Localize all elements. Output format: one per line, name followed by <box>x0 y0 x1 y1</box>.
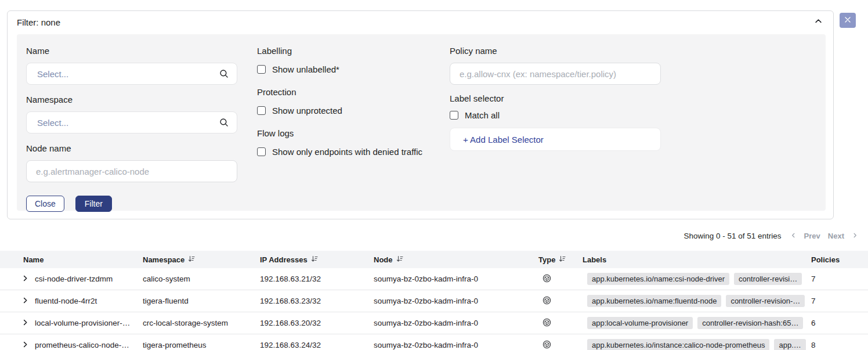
cell-type <box>538 273 583 285</box>
next-page-arrow-button[interactable] <box>852 232 858 240</box>
denied-traffic-row: Show only endpoints with denied traffic <box>257 147 430 157</box>
name-select[interactable] <box>26 63 237 85</box>
cell-labels: app.kubernetes.io/instance:calico-node-p… <box>583 339 806 350</box>
cell-name: local-volume-provisioner-… <box>35 319 143 327</box>
filter-column-2: Labelling Show unlabelled* Protection Sh… <box>257 46 430 199</box>
show-unlabelled-checkbox[interactable] <box>257 65 266 74</box>
cell-type <box>538 295 583 307</box>
cell-ip: 192.168.63.20/32 <box>260 319 374 327</box>
node-name-field-label: Node name <box>26 143 237 153</box>
cell-node: soumya-bz-0zbo-kadm-infra-0 <box>374 297 538 305</box>
add-label-selector-button[interactable]: + Add Label Selector <box>450 128 661 151</box>
column-header-node[interactable]: Node <box>374 255 538 264</box>
match-all-label: Match all <box>465 110 500 120</box>
cell-ip: 192.168.63.24/32 <box>260 341 374 349</box>
policy-name-field-label: Policy name <box>450 46 661 56</box>
cell-namespace: calico-system <box>143 275 260 283</box>
denied-traffic-label: Show only endpoints with denied traffic <box>272 147 422 157</box>
cell-labels: app:local-volume-provisioner controller-… <box>583 317 806 329</box>
filter-panel: Filter: none Name Namespace <box>7 10 834 219</box>
pagination-bar: Showing 0 - 51 of 51 entries Prev Next <box>684 228 868 244</box>
match-all-row: Match all <box>450 110 661 120</box>
cell-namespace: tigera-fluentd <box>143 297 260 305</box>
cell-ip: 192.168.63.23/32 <box>260 297 374 305</box>
close-icon <box>844 16 851 24</box>
protection-heading: Protection <box>257 87 430 97</box>
showing-entries-text: Showing 0 - 51 of 51 entries <box>684 232 782 240</box>
namespace-field-label: Namespace <box>26 95 237 104</box>
denied-traffic-checkbox[interactable] <box>257 147 266 156</box>
filter-column-1: Name Namespace Node name Close Filt <box>26 46 237 199</box>
column-header-type[interactable]: Type <box>538 255 583 264</box>
pager: Prev Next <box>790 232 858 240</box>
sort-icon[interactable] <box>311 255 318 264</box>
collapse-panel-button[interactable] <box>814 17 823 27</box>
column-header-namespace[interactable]: Namespace <box>143 255 260 264</box>
namespace-select-input[interactable] <box>26 111 237 133</box>
sort-icon[interactable] <box>396 255 403 264</box>
table-header-row: Name Namespace IP Addresses Node Type La… <box>0 251 868 268</box>
column-header-labels: Labels <box>583 255 806 264</box>
show-unprotected-checkbox[interactable] <box>257 106 266 115</box>
name-field-label: Name <box>26 46 237 56</box>
label-pill: controller-revision-… <box>726 295 805 307</box>
table-row: local-volume-provisioner-… crc-local-sto… <box>0 312 868 334</box>
chevron-right-icon <box>21 297 29 306</box>
next-page-button[interactable]: Next <box>828 232 844 240</box>
cell-node: soumya-bz-0zbo-kadm-infra-0 <box>374 319 538 327</box>
column-header-policies: Policies <box>806 255 868 264</box>
workload-endpoint-icon <box>542 317 552 329</box>
search-icon <box>219 68 229 81</box>
policy-name-input[interactable] <box>450 63 661 85</box>
match-all-checkbox[interactable] <box>450 111 458 120</box>
cell-type <box>538 340 583 350</box>
namespace-select[interactable] <box>26 111 237 133</box>
sort-icon[interactable] <box>188 255 195 264</box>
close-button[interactable]: Close <box>26 196 64 212</box>
chevron-right-icon <box>852 232 858 240</box>
cell-name: fluentd-node-4rr2t <box>35 297 143 305</box>
node-name-input[interactable] <box>26 160 237 182</box>
cell-policies: 8 <box>806 341 868 349</box>
row-expander-button[interactable] <box>0 341 35 350</box>
cell-node: soumya-bz-0zbo-kadm-infra-0 <box>374 341 538 349</box>
table-row: csi-node-driver-tzdmm calico-system 192.… <box>0 268 868 290</box>
cell-policies: 7 <box>806 297 868 305</box>
row-expander-button[interactable] <box>0 319 35 328</box>
workload-endpoint-icon <box>542 273 552 285</box>
chevron-right-icon <box>21 319 29 328</box>
cell-ip: 192.168.63.21/32 <box>260 275 374 283</box>
filter-panel-body: Name Namespace Node name Close Filt <box>17 34 826 211</box>
label-pill: app.kubernetes.io/instance:calico-node-p… <box>587 339 769 350</box>
column-header-name: Name <box>23 255 143 264</box>
sort-icon[interactable] <box>559 255 566 264</box>
filter-button[interactable]: Filter <box>75 196 112 212</box>
endpoints-table: Name Namespace IP Addresses Node Type La… <box>0 251 868 350</box>
labelling-heading: Labelling <box>257 46 430 56</box>
filter-buttons: Close Filter <box>26 196 237 212</box>
node-name-box <box>26 160 237 182</box>
prev-page-button[interactable]: Prev <box>804 232 820 240</box>
prev-page-arrow-button[interactable] <box>790 232 797 240</box>
name-select-input[interactable] <box>26 63 237 85</box>
cell-namespace: tigera-prometheus <box>143 341 260 349</box>
workload-endpoint-icon <box>542 295 552 307</box>
cell-namespace: crc-local-storage-system <box>143 319 260 327</box>
cell-name: csi-node-driver-tzdmm <box>35 275 143 283</box>
table-row: fluentd-node-4rr2t tigera-fluentd 192.16… <box>0 290 868 312</box>
filter-column-3: Policy name Label selector Match all + A… <box>450 46 661 199</box>
row-expander-button[interactable] <box>0 297 35 306</box>
label-pill: app:local-volume-provisioner <box>587 317 693 329</box>
cell-policies: 6 <box>806 319 868 327</box>
chevron-left-icon <box>790 232 797 240</box>
label-pill: app.… <box>774 339 805 350</box>
cell-labels: app.kubernetes.io/name:fluentd-node cont… <box>583 295 806 307</box>
label-pill: app.kubernetes.io/name:csi-node-driver <box>587 273 729 285</box>
cell-node: soumya-bz-0zbo-kadm-infra-0 <box>374 275 538 283</box>
panel-close-button[interactable] <box>840 13 856 28</box>
label-selector-heading: Label selector <box>450 93 661 103</box>
column-header-ip-addresses[interactable]: IP Addresses <box>260 255 374 264</box>
row-expander-button[interactable] <box>0 275 35 284</box>
cell-type <box>538 317 583 329</box>
flow-logs-heading: Flow logs <box>257 128 430 138</box>
